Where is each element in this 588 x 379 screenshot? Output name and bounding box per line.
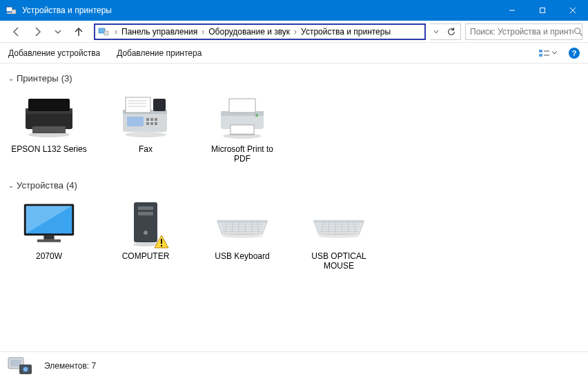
svg-point-40 <box>255 114 258 117</box>
device-item[interactable]: USB OPTICAL MOUSE <box>301 199 377 271</box>
section-header-printers[interactable]: ⌄ Принтеры (3) <box>8 69 580 88</box>
device-item[interactable]: 2070W <box>11 199 87 271</box>
section-title: Устройства <box>17 180 63 191</box>
inkjet-printer-icon <box>21 92 77 142</box>
svg-rect-48 <box>138 206 153 210</box>
search-box[interactable] <box>465 23 582 40</box>
keyboard-icon <box>311 199 366 249</box>
svg-rect-28 <box>127 117 144 126</box>
svg-point-41 <box>223 133 262 139</box>
command-bar: Добавление устройства Добавление принтер… <box>0 43 588 64</box>
keyboard-icon <box>215 199 270 249</box>
status-count: 7 <box>92 361 97 371</box>
device-label: USB Keyboard <box>215 251 269 261</box>
address-bar[interactable]: › Панель управления › Оборудование и зву… <box>94 23 426 40</box>
svg-rect-0 <box>6 7 12 12</box>
devices-summary-icon <box>7 355 35 377</box>
svg-rect-1 <box>7 12 12 14</box>
view-options-button[interactable] <box>536 47 560 59</box>
search-input[interactable] <box>470 27 574 37</box>
refresh-button[interactable] <box>444 24 459 39</box>
svg-point-67 <box>222 234 263 237</box>
address-history-dropdown[interactable] <box>431 29 441 35</box>
recent-dropdown[interactable] <box>51 25 65 39</box>
svg-point-84 <box>23 367 28 372</box>
breadcrumb-item[interactable]: Оборудование и звук <box>206 27 293 37</box>
minimize-button[interactable] <box>497 0 527 21</box>
warning-overlay-icon <box>154 235 169 249</box>
printer-icon <box>215 92 270 142</box>
device-item[interactable]: COMPUTER <box>108 199 184 271</box>
svg-marker-56 <box>217 221 268 224</box>
status-bar: Элементов: 7 <box>0 351 588 379</box>
section-title: Принтеры <box>17 73 59 84</box>
chevron-right-icon[interactable]: › <box>113 27 119 37</box>
svg-rect-32 <box>146 122 149 125</box>
chevron-down-icon <box>552 51 557 55</box>
add-printer-button[interactable]: Добавление принтера <box>117 48 202 58</box>
window-title: Устройства и принтеры <box>22 6 497 15</box>
device-item[interactable]: USB Keyboard <box>204 199 280 271</box>
monitor-icon <box>21 199 77 249</box>
breadcrumb-item[interactable]: Устройства и принтеры <box>298 27 393 37</box>
svg-rect-54 <box>161 245 162 246</box>
svg-rect-27 <box>153 99 166 111</box>
breadcrumb-item[interactable]: Панель управления <box>119 27 200 37</box>
chevron-right-icon[interactable]: › <box>200 27 206 37</box>
content-area: ⌄ Принтеры (3) EPSON L132 Series <box>0 64 588 351</box>
add-device-button[interactable]: Добавление устройства <box>8 48 100 58</box>
svg-rect-38 <box>229 99 255 113</box>
svg-rect-29 <box>146 118 149 121</box>
up-button[interactable] <box>72 25 86 39</box>
device-label: USB OPTICAL MOUSE <box>301 251 377 271</box>
forward-button[interactable] <box>30 25 44 39</box>
device-label: EPSON L132 Series <box>11 144 86 154</box>
svg-point-80 <box>318 234 360 237</box>
svg-rect-13 <box>539 54 542 57</box>
close-button[interactable] <box>558 0 588 21</box>
control-panel-icon <box>98 26 109 37</box>
svg-point-20 <box>28 132 70 137</box>
svg-marker-69 <box>314 221 364 224</box>
svg-rect-45 <box>37 240 61 242</box>
maximize-button[interactable] <box>527 0 558 21</box>
svg-rect-30 <box>150 118 153 121</box>
search-icon[interactable] <box>574 27 583 37</box>
computer-tower-icon <box>118 199 173 249</box>
svg-rect-31 <box>155 118 157 121</box>
section-count: (3) <box>61 73 72 84</box>
svg-point-35 <box>125 132 166 137</box>
help-button[interactable]: ? <box>569 48 580 59</box>
chevron-right-icon[interactable]: › <box>293 27 298 37</box>
svg-rect-34 <box>155 122 157 125</box>
fax-icon <box>118 92 173 142</box>
device-label: COMPUTER <box>122 251 170 261</box>
svg-rect-18 <box>28 99 70 111</box>
svg-rect-12 <box>539 50 542 52</box>
svg-point-10 <box>575 28 580 33</box>
chevron-down-icon: ⌄ <box>8 75 14 82</box>
section-count: (4) <box>66 180 77 191</box>
device-label: Microsoft Print to PDF <box>204 144 280 164</box>
svg-rect-33 <box>150 122 153 125</box>
view-icon <box>539 49 550 57</box>
back-button[interactable] <box>10 25 23 39</box>
device-item[interactable]: Fax <box>108 92 184 164</box>
svg-rect-2 <box>12 10 16 14</box>
svg-rect-4 <box>540 8 545 13</box>
device-item[interactable]: EPSON L132 Series <box>11 92 87 164</box>
svg-rect-9 <box>104 31 108 35</box>
svg-rect-39 <box>231 125 254 135</box>
svg-rect-8 <box>99 28 105 33</box>
title-bar: Устройства и принтеры <box>0 0 588 21</box>
chevron-down-icon: ⌄ <box>8 182 14 189</box>
navigation-row: › Панель управления › Оборудование и зву… <box>0 21 588 43</box>
svg-rect-53 <box>161 239 162 244</box>
devices-printers-appicon <box>6 5 17 16</box>
device-item[interactable]: Microsoft Print to PDF <box>204 92 280 164</box>
section-header-devices[interactable]: ⌄ Устройства (4) <box>8 176 580 195</box>
status-label: Элементов: <box>44 361 89 371</box>
svg-point-50 <box>144 231 148 235</box>
svg-rect-49 <box>138 212 153 215</box>
svg-rect-23 <box>126 97 150 113</box>
